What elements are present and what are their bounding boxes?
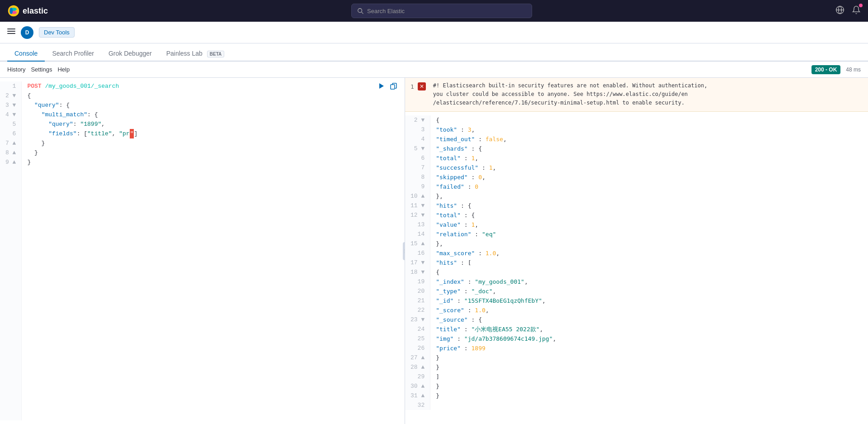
rln-22: 22 bbox=[410, 305, 425, 315]
rln-32: 32 bbox=[410, 400, 425, 410]
rln-9: 9 bbox=[410, 182, 425, 191]
rln-28: 28 ▲ bbox=[410, 362, 425, 372]
right-panel: 1 ✕ #! Elasticsearch built-in security f… bbox=[405, 78, 868, 424]
rl-12: "total" : { bbox=[436, 210, 863, 220]
history-button[interactable]: History bbox=[7, 64, 25, 75]
line-num-1: 1 bbox=[410, 83, 414, 90]
rln-26: 26 bbox=[410, 343, 425, 353]
ln-7: 7 ▲ bbox=[5, 138, 16, 148]
rl-26: "price" : 1899 bbox=[436, 343, 863, 353]
help-button[interactable]: Help bbox=[57, 64, 70, 75]
ln-3: 3 ▼ bbox=[5, 100, 16, 110]
svg-rect-11 bbox=[7, 33, 15, 34]
code-line-7: } bbox=[27, 138, 399, 148]
svg-marker-12 bbox=[379, 83, 384, 89]
code-line-3: "query": { bbox=[27, 100, 399, 110]
rln-29: 29 bbox=[410, 372, 425, 381]
rln-7: 7 bbox=[410, 163, 425, 172]
code-line-2: { bbox=[27, 91, 399, 100]
code-content[interactable]: POST /my_goods_001/_search { "query": { … bbox=[22, 81, 405, 420]
user-avatar[interactable]: D bbox=[21, 26, 33, 39]
code-editor[interactable]: 1 2 ▼ 3 ▼ 4 ▼ 5 6 7 ▲ 8 ▲ 9 ▲ POST /my_g… bbox=[0, 78, 405, 424]
rl-5: "_shards" : { bbox=[436, 144, 863, 153]
search-icon bbox=[357, 8, 363, 14]
line-numbers: 1 2 ▼ 3 ▼ 4 ▼ 5 6 7 ▲ 8 ▲ 9 ▲ bbox=[0, 81, 22, 420]
globe-icon bbox=[835, 5, 844, 14]
left-panel: 1 2 ▼ 3 ▼ 4 ▼ 5 6 7 ▲ 8 ▲ 9 ▲ POST /my_g… bbox=[0, 78, 405, 424]
tab-search-profiler[interactable]: Search Profiler bbox=[45, 46, 101, 62]
close-warning-button[interactable]: ✕ bbox=[418, 82, 426, 91]
rl-3: "took" : 3, bbox=[436, 125, 863, 134]
rln-16: 16 bbox=[410, 248, 425, 258]
rl-28: } bbox=[436, 362, 863, 372]
warning-line-3: /elasticsearch/reference/7.16/security-m… bbox=[433, 99, 708, 107]
notification-badge bbox=[859, 4, 863, 7]
rln-23: 23 ▼ bbox=[410, 315, 425, 324]
copy-button[interactable] bbox=[388, 81, 399, 92]
status-badge: 200 - OK bbox=[811, 65, 841, 74]
rln-6: 6 bbox=[410, 153, 425, 163]
search-bar[interactable]: Search Elastic bbox=[351, 4, 532, 18]
rl-19: "_index" : "my_goods_001", bbox=[436, 277, 863, 286]
elastic-logo[interactable]: elastic bbox=[7, 5, 48, 17]
rl-18: { bbox=[436, 267, 863, 277]
bell-button[interactable] bbox=[852, 5, 861, 17]
ln-4: 4 ▼ bbox=[5, 110, 16, 119]
rln-18: 18 ▼ bbox=[410, 267, 425, 277]
tab-search-profiler-label: Search Profiler bbox=[52, 50, 94, 57]
hamburger-button[interactable] bbox=[7, 27, 15, 38]
tab-grok-debugger[interactable]: Grok Debugger bbox=[101, 46, 159, 62]
beta-badge: BETA bbox=[207, 51, 224, 57]
code-line-4: "multi_match": { bbox=[27, 110, 399, 119]
tab-console-label: Console bbox=[14, 50, 38, 57]
sub-toolbar: History Settings Help 200 - OK 48 ms bbox=[0, 62, 868, 78]
rln-5: 5 ▼ bbox=[410, 144, 425, 153]
devtools-button[interactable]: Dev Tools bbox=[39, 27, 75, 38]
rl-2: { bbox=[436, 115, 863, 125]
rl-13: "value" : 1, bbox=[436, 220, 863, 229]
rl-23: "_source" : { bbox=[436, 315, 863, 324]
devtools-bar: D Dev Tools bbox=[0, 22, 868, 43]
rl-21: "_id" : "15SFTX4BoEG1qzQhfEbY", bbox=[436, 296, 863, 305]
code-line-8: } bbox=[27, 148, 399, 157]
ln-6: 6 bbox=[5, 129, 16, 138]
rl-27: } bbox=[436, 353, 863, 362]
rln-4: 4 bbox=[410, 134, 425, 144]
response-code[interactable]: 2 ▼ 3 4 5 ▼ 6 7 8 9 10 ▲ 11 ▼ 12 ▼ 13 14… bbox=[405, 112, 868, 414]
rl-30: } bbox=[436, 381, 863, 391]
search-bar-container: Search Elastic bbox=[53, 4, 830, 18]
editor-area: 1 2 ▼ 3 ▼ 4 ▼ 5 6 7 ▲ 8 ▲ 9 ▲ POST /my_g… bbox=[0, 78, 868, 424]
hamburger-icon bbox=[7, 27, 15, 35]
rl-20: "_type" : "_doc", bbox=[436, 286, 863, 296]
nav-icons bbox=[835, 5, 861, 17]
rln-14: 14 bbox=[410, 229, 425, 239]
tab-grok-debugger-label: Grok Debugger bbox=[108, 50, 152, 57]
settings-button[interactable]: Settings bbox=[31, 64, 52, 75]
code-line-1: POST /my_goods_001/_search bbox=[27, 81, 399, 91]
code-line-6: "fields": ["title", "pr"] bbox=[27, 129, 399, 138]
run-button[interactable] bbox=[376, 81, 387, 92]
time-badge: 48 ms bbox=[846, 67, 861, 73]
rln-15: 15 ▲ bbox=[410, 239, 425, 248]
action-buttons bbox=[376, 81, 399, 92]
elastic-logo-text: elastic bbox=[23, 6, 48, 16]
rl-4: "timed_out" : false, bbox=[436, 134, 863, 144]
rl-15: }, bbox=[436, 239, 863, 248]
warning-banner: 1 ✕ #! Elasticsearch built-in security f… bbox=[405, 78, 868, 112]
navbar: elastic Search Elastic bbox=[0, 0, 868, 22]
rln-3: 3 bbox=[410, 125, 425, 134]
ln-1: 1 bbox=[5, 81, 16, 91]
tab-painless-lab-label: Painless Lab bbox=[166, 50, 203, 57]
rl-11: "hits" : { bbox=[436, 201, 863, 210]
rl-29: ] bbox=[436, 372, 863, 381]
user-initial: D bbox=[25, 29, 29, 36]
rl-24: "title" : "小米电视EA55 2022款", bbox=[436, 324, 863, 334]
globe-button[interactable] bbox=[835, 5, 844, 17]
rl-10: }, bbox=[436, 191, 863, 201]
rln-24: 24 bbox=[410, 324, 425, 334]
svg-rect-10 bbox=[7, 31, 15, 32]
tab-console[interactable]: Console bbox=[7, 46, 45, 62]
tab-painless-lab[interactable]: Painless Lab BETA bbox=[159, 46, 232, 62]
copy-icon bbox=[390, 82, 397, 90]
rln-17: 17 ▼ bbox=[410, 258, 425, 267]
